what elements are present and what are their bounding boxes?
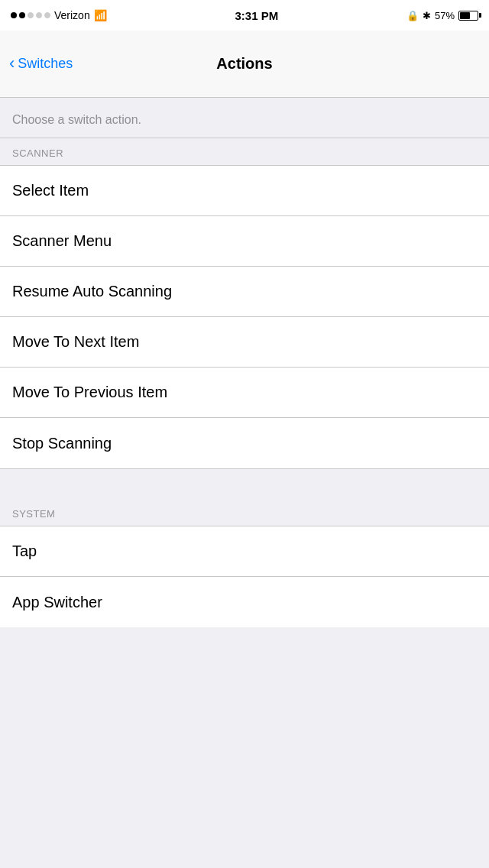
status-bar: Verizon 📶 3:31 PM 🔒 ✱ 57% [0, 0, 489, 31]
status-right: 🔒 ✱ 57% [406, 10, 478, 21]
list-item-resume-auto-scanning[interactable]: Resume Auto Scanning [0, 267, 489, 317]
page-title: Actions [216, 55, 272, 73]
list-item-scanner-menu[interactable]: Scanner Menu [0, 216, 489, 267]
list-item-text: App Switcher [12, 594, 102, 611]
list-item-text: Scanner Menu [12, 232, 112, 250]
list-item-text: Resume Auto Scanning [12, 283, 172, 300]
list-item-stop-scanning[interactable]: Stop Scanning [0, 418, 489, 468]
list-item-tap[interactable]: Tap [0, 526, 489, 577]
back-button[interactable]: ‹ Switches [9, 56, 73, 72]
nav-bar: ‹ Switches Actions [0, 31, 489, 98]
signal-dot-2 [19, 12, 25, 18]
signal-dot-1 [11, 12, 17, 18]
list-item-select-item[interactable]: Select Item [0, 166, 489, 216]
signal-dot-5 [44, 12, 50, 18]
description-text: Choose a switch action. [12, 113, 141, 126]
section-gap [0, 468, 489, 499]
wifi-icon: 📶 [94, 9, 107, 21]
lock-icon: 🔒 [406, 10, 419, 21]
battery-fill [460, 12, 470, 19]
battery-percent: 57% [435, 10, 455, 21]
list-item-text: Select Item [12, 182, 89, 199]
battery-icon [458, 11, 478, 21]
list-item-text: Tap [12, 542, 37, 560]
back-label: Switches [18, 56, 73, 72]
list-item-app-switcher[interactable]: App Switcher [0, 577, 489, 627]
signal-dot-3 [28, 12, 34, 18]
system-list-section: Tap App Switcher [0, 526, 489, 627]
bluetooth-icon: ✱ [423, 10, 431, 21]
list-item-text: Move To Next Item [12, 333, 139, 351]
system-section-label: SYSTEM [0, 499, 489, 526]
list-item-text: Move To Previous Item [12, 384, 167, 401]
signal-dots [11, 12, 50, 18]
status-time: 3:31 PM [235, 9, 278, 22]
scanner-section-label: SCANNER [0, 138, 489, 166]
status-left: Verizon 📶 [11, 9, 107, 21]
list-item-text: Stop Scanning [12, 435, 112, 452]
signal-dot-4 [36, 12, 42, 18]
scanner-list-section: Select Item Scanner Menu Resume Auto Sca… [0, 166, 489, 468]
carrier-label: Verizon [54, 9, 90, 21]
section-description: Choose a switch action. [0, 98, 489, 138]
list-item-move-to-next-item[interactable]: Move To Next Item [0, 317, 489, 368]
back-chevron-icon: ‹ [9, 55, 15, 72]
list-item-move-to-previous-item[interactable]: Move To Previous Item [0, 368, 489, 418]
